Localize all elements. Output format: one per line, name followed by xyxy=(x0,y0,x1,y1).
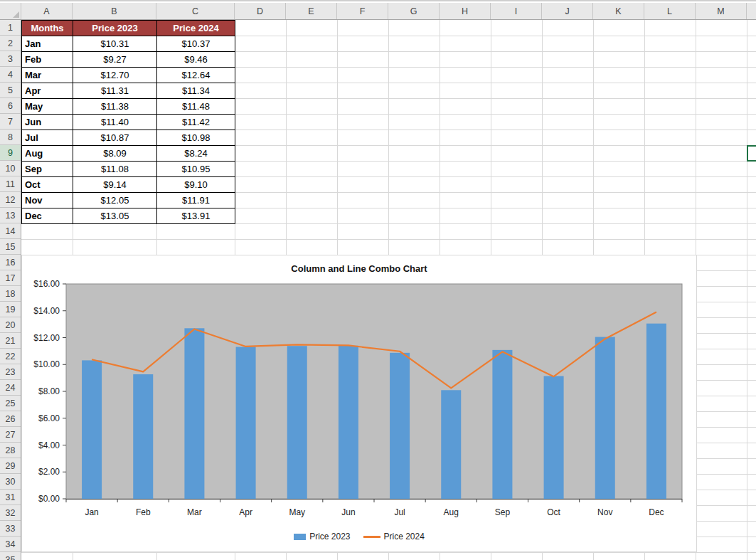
row-header-15[interactable]: 15 xyxy=(0,239,21,255)
price-cell[interactable]: $11.40 xyxy=(73,115,157,130)
row-header-10[interactable]: 10 xyxy=(0,161,21,176)
price-cell[interactable]: $13.05 xyxy=(73,208,157,224)
bar-aug[interactable] xyxy=(441,390,461,499)
month-cell[interactable]: Nov xyxy=(22,193,73,208)
price-cell[interactable]: $9.14 xyxy=(73,177,157,193)
price-cell[interactable]: $11.38 xyxy=(73,99,157,115)
column-header-e[interactable]: E xyxy=(286,3,337,19)
bar-oct[interactable] xyxy=(544,376,564,499)
bar-nov[interactable] xyxy=(595,337,615,499)
table-header-cell[interactable]: Price 2024 xyxy=(157,21,235,36)
row-header-2[interactable]: 2 xyxy=(0,36,21,51)
month-cell[interactable]: Feb xyxy=(22,52,73,68)
column-header-d[interactable]: D xyxy=(235,3,286,19)
row-header-27[interactable]: 27 xyxy=(0,427,21,443)
row-header-1[interactable]: 1 xyxy=(0,20,21,36)
price-cell[interactable]: $11.42 xyxy=(157,115,235,130)
table-header-cell[interactable]: Months xyxy=(22,21,73,36)
row-header-21[interactable]: 21 xyxy=(0,333,21,349)
price-cell[interactable]: $10.37 xyxy=(157,36,235,52)
price-cell[interactable]: $11.91 xyxy=(157,193,235,208)
month-cell[interactable]: Mar xyxy=(22,68,73,83)
row-header-25[interactable]: 25 xyxy=(0,396,21,411)
month-cell[interactable]: Oct xyxy=(22,177,73,193)
legend-item-price-2023[interactable]: Price 2023 xyxy=(294,532,350,541)
row-header-26[interactable]: 26 xyxy=(0,411,21,427)
row-header-23[interactable]: 23 xyxy=(0,364,21,380)
row-header-32[interactable]: 32 xyxy=(0,505,21,521)
row-header-8[interactable]: 8 xyxy=(0,130,21,145)
bar-mar[interactable] xyxy=(184,328,204,499)
row-header-9[interactable]: 9 xyxy=(0,145,21,161)
bar-apr[interactable] xyxy=(236,347,256,499)
row-header-35[interactable]: 35 xyxy=(0,552,21,560)
chart-object[interactable]: $0.00$2.00$4.00$6.00$8.00$10.00$12.00$14… xyxy=(21,255,697,552)
price-cell[interactable]: $12.70 xyxy=(73,68,157,83)
price-cell[interactable]: $10.95 xyxy=(157,162,235,177)
bar-may[interactable] xyxy=(287,346,307,499)
column-header-l[interactable]: L xyxy=(644,3,696,19)
row-header-18[interactable]: 18 xyxy=(0,286,21,302)
legend-item-price-2024[interactable]: Price 2024 xyxy=(363,532,425,541)
price-cell[interactable]: $11.48 xyxy=(157,99,235,115)
column-header-i[interactable]: I xyxy=(491,3,542,19)
month-cell[interactable]: Jul xyxy=(22,130,73,146)
price-cell[interactable]: $13.91 xyxy=(157,208,235,224)
price-cell[interactable]: $11.34 xyxy=(157,83,235,99)
row-header-11[interactable]: 11 xyxy=(0,176,21,192)
price-cell[interactable]: $12.64 xyxy=(157,68,235,83)
row-header-7[interactable]: 7 xyxy=(0,114,21,130)
row-header-12[interactable]: 12 xyxy=(0,192,21,208)
row-header-24[interactable]: 24 xyxy=(0,380,21,396)
column-header-g[interactable]: G xyxy=(388,3,440,19)
row-header-30[interactable]: 30 xyxy=(0,474,21,490)
row-header-28[interactable]: 28 xyxy=(0,443,21,458)
sheet-grid[interactable]: $0.00$2.00$4.00$6.00$8.00$10.00$12.00$14… xyxy=(21,20,756,560)
row-header-14[interactable]: 14 xyxy=(0,223,21,239)
table-header-cell[interactable]: Price 2023 xyxy=(73,21,157,36)
bar-feb[interactable] xyxy=(133,374,153,499)
row-header-31[interactable]: 31 xyxy=(0,490,21,505)
price-cell[interactable]: $9.10 xyxy=(157,177,235,193)
price-cell[interactable]: $11.08 xyxy=(73,162,157,177)
row-header-34[interactable]: 34 xyxy=(0,537,21,552)
row-header-4[interactable]: 4 xyxy=(0,67,21,83)
price-cell[interactable]: $10.31 xyxy=(73,36,157,52)
price-cell[interactable]: $10.87 xyxy=(73,130,157,146)
row-header-20[interactable]: 20 xyxy=(0,317,21,333)
price-cell[interactable]: $9.46 xyxy=(157,52,235,68)
column-header-m[interactable]: M xyxy=(696,3,747,19)
price-cell[interactable]: $11.31 xyxy=(73,83,157,99)
row-header-5[interactable]: 5 xyxy=(0,83,21,98)
column-header-b[interactable]: B xyxy=(73,3,156,19)
column-header-h[interactable]: H xyxy=(440,3,491,19)
column-header-a[interactable]: A xyxy=(21,3,73,19)
row-header-6[interactable]: 6 xyxy=(0,98,21,114)
row-header-16[interactable]: 16 xyxy=(0,255,21,270)
active-cell[interactable] xyxy=(747,145,756,162)
bar-jan[interactable] xyxy=(82,360,102,499)
price-cell[interactable]: $12.05 xyxy=(73,193,157,208)
bar-sep[interactable] xyxy=(492,350,512,499)
row-header-29[interactable]: 29 xyxy=(0,458,21,474)
row-header-3[interactable]: 3 xyxy=(0,51,21,67)
price-cell[interactable]: $8.09 xyxy=(73,146,157,162)
month-cell[interactable]: Jun xyxy=(22,115,73,130)
bar-jun[interactable] xyxy=(339,346,358,499)
select-all-button[interactable] xyxy=(0,3,21,19)
row-header-22[interactable]: 22 xyxy=(0,349,21,364)
bar-jul[interactable] xyxy=(390,353,410,499)
row-header-17[interactable]: 17 xyxy=(0,270,21,286)
row-header-19[interactable]: 19 xyxy=(0,302,21,317)
month-cell[interactable]: Apr xyxy=(22,83,73,99)
row-header-13[interactable]: 13 xyxy=(0,208,21,223)
price-cell[interactable]: $10.98 xyxy=(157,130,235,146)
month-cell[interactable]: Aug xyxy=(22,146,73,162)
column-header-f[interactable]: F xyxy=(337,3,388,19)
month-cell[interactable]: May xyxy=(22,99,73,115)
column-header-k[interactable]: K xyxy=(593,3,644,19)
month-cell[interactable]: Dec xyxy=(22,208,73,224)
column-header-j[interactable]: J xyxy=(542,3,593,19)
row-header-33[interactable]: 33 xyxy=(0,521,21,537)
month-cell[interactable]: Sep xyxy=(22,162,73,177)
